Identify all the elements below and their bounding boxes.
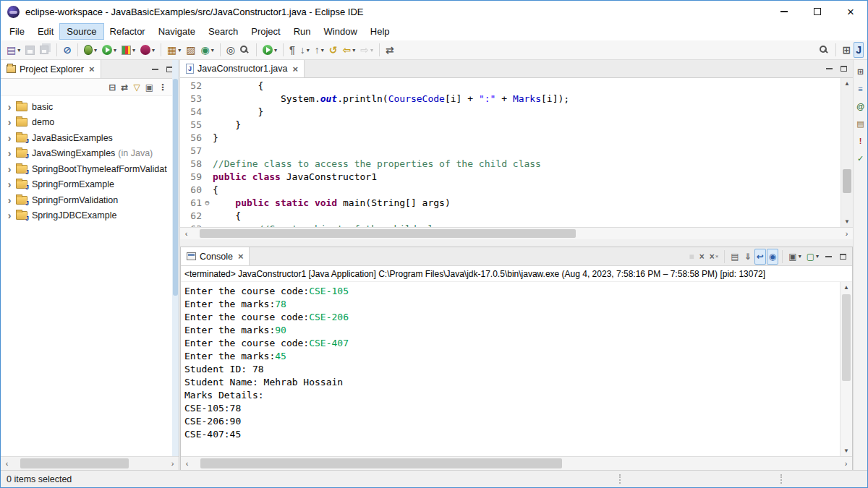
expand-chevron-icon[interactable]: › [4, 101, 14, 113]
menu-navigate[interactable]: Navigate [152, 24, 202, 39]
minimize-view-button[interactable] [822, 250, 835, 262]
menu-edit[interactable]: Edit [31, 24, 60, 39]
tree-item-javaswingexamples[interactable]: ›JJavaSwingExamples(in Java) [1, 146, 172, 162]
show-whitespace-button[interactable]: ¶ [287, 42, 297, 58]
minimize-window-button[interactable] [767, 1, 801, 22]
dropdown-arrow-icon[interactable]: ▾ [178, 47, 181, 53]
scroll-down-icon[interactable]: ▼ [841, 445, 852, 456]
skip-all-breakpoints-button[interactable]: ⊘ [61, 42, 74, 58]
open-type-button[interactable]: ◎ [224, 42, 237, 58]
new-java-package-button[interactable]: ▨ [184, 42, 197, 58]
dropdown-arrow-icon[interactable]: ▾ [211, 47, 214, 53]
restore-views-icon[interactable]: ⊞ [855, 66, 867, 77]
collapse-all-button[interactable]: ⊟ [106, 80, 118, 95]
close-tab-icon[interactable]: × [89, 64, 95, 74]
scrollbar-thumb[interactable] [842, 294, 851, 381]
dropdown-arrow-icon[interactable]: ▾ [321, 47, 324, 53]
tree-item-demo[interactable]: ›demo [1, 115, 172, 131]
save-all-button[interactable] [38, 42, 53, 58]
menu-run[interactable]: Run [287, 24, 318, 39]
close-tab-icon[interactable]: × [292, 64, 298, 74]
scrollbar-thumb[interactable] [173, 79, 178, 296]
new-java-class-button[interactable]: ◉▾ [199, 42, 216, 58]
dropdown-arrow-icon[interactable]: ▾ [17, 47, 20, 53]
outline-view-icon[interactable]: ≡ [855, 83, 867, 95]
explorer-vertical-scrollbar[interactable] [172, 60, 179, 456]
external-tools-button[interactable]: ▾ [260, 42, 279, 58]
minimize-view-button[interactable] [149, 63, 161, 75]
code-line[interactable]: 59public class JavaConstructor1 [180, 171, 841, 184]
tree-item-springformexample[interactable]: ›JSpringFormExample [1, 177, 172, 193]
tab-javaconstructor1-java[interactable]: J JavaConstructor1.java × [180, 60, 305, 77]
remove-launch-button[interactable]: × [697, 249, 707, 265]
maximize-view-button[interactable] [838, 63, 850, 75]
scroll-lock-button[interactable]: ⇓ [742, 249, 754, 265]
code-line[interactable]: 53 System.out.println(CourseCode[i] + ":… [180, 93, 841, 106]
filters-button[interactable]: ▽ [131, 80, 142, 95]
editor-vertical-scrollbar[interactable]: ▲ ▼ [841, 78, 853, 227]
expand-chevron-icon[interactable]: › [4, 147, 14, 159]
view-menu-button[interactable]: ⋮ [156, 80, 169, 95]
scrollbar-track[interactable] [193, 457, 840, 470]
minimize-view-button[interactable] [823, 63, 835, 75]
code-line[interactable]: 55 } [180, 119, 841, 132]
scroll-right-icon[interactable]: › [166, 459, 179, 468]
console-horizontal-scrollbar[interactable]: ‹ › [181, 456, 852, 470]
scrollbar-track[interactable] [13, 457, 166, 470]
expand-chevron-icon[interactable]: › [4, 116, 14, 128]
expand-chevron-icon[interactable]: › [4, 163, 14, 175]
expand-chevron-icon[interactable]: › [4, 210, 14, 221]
scroll-up-icon[interactable]: ▲ [841, 78, 853, 89]
explorer-horizontal-scrollbar[interactable]: ‹ › [1, 456, 179, 470]
dropdown-arrow-icon[interactable]: ▾ [307, 47, 310, 53]
scroll-left-icon[interactable]: ‹ [181, 459, 193, 468]
expand-chevron-icon[interactable]: › [4, 132, 14, 144]
scroll-right-icon[interactable]: › [841, 229, 853, 238]
pin-editor-button[interactable]: ⇄ [383, 42, 396, 58]
tab-project-explorer[interactable]: Project Explorer × [1, 60, 101, 78]
tab-console[interactable]: Console × [181, 247, 250, 265]
scroll-up-icon[interactable]: ▲ [841, 282, 852, 293]
java-perspective-button[interactable]: J [854, 42, 864, 58]
fold-collapse-icon[interactable]: ⊖ [202, 197, 213, 210]
drag-handle[interactable] [780, 474, 783, 484]
code-line[interactable]: 61⊖ public static void main(String[] arg… [180, 197, 841, 210]
console-sash[interactable] [180, 239, 853, 247]
dropdown-arrow-icon[interactable]: ▾ [114, 47, 116, 53]
last-edit-location-button[interactable]: ↺ [327, 42, 340, 58]
menu-project[interactable]: Project [244, 24, 286, 39]
scroll-left-icon[interactable]: ‹ [180, 229, 192, 238]
coverage-button[interactable]: ▾ [119, 42, 137, 58]
dropdown-arrow-icon[interactable]: ▾ [352, 47, 355, 53]
code-line[interactable]: 62 { [180, 210, 841, 223]
dropdown-arrow-icon[interactable]: ▾ [94, 47, 97, 53]
expand-chevron-icon[interactable]: › [4, 179, 14, 190]
search-button[interactable] [817, 42, 832, 58]
debug-button[interactable]: ▾ [82, 42, 99, 58]
close-window-button[interactable]: × [834, 1, 867, 22]
terminate-button[interactable]: ■ [686, 249, 696, 265]
junit-view-icon[interactable]: ✓ [855, 153, 867, 164]
scrollbar-thumb[interactable] [20, 458, 129, 468]
open-console-button[interactable]: ▢▾ [804, 249, 821, 265]
code-line[interactable]: 58//Define class to access the propertie… [180, 158, 841, 171]
dropdown-arrow-icon[interactable]: ▾ [152, 47, 155, 53]
focus-on-active-task-button[interactable]: ▣ [143, 80, 156, 95]
dropdown-arrow-icon[interactable]: ▾ [274, 47, 277, 53]
scroll-right-icon[interactable]: › [840, 459, 852, 468]
dropdown-arrow-icon[interactable]: ▾ [132, 47, 135, 53]
console-vertical-scrollbar[interactable]: ▲ ▼ [840, 282, 852, 456]
scroll-left-icon[interactable]: ‹ [1, 459, 13, 468]
code-line[interactable]: 60{ [180, 184, 841, 197]
drag-handle[interactable] [619, 474, 621, 484]
code-line[interactable]: 57 [180, 145, 841, 158]
display-selected-console-button[interactable]: ▣▾ [786, 249, 803, 265]
tree-item-springformvalidation[interactable]: ›JSpringFormValidation [1, 192, 172, 208]
menu-help[interactable]: Help [364, 24, 396, 39]
code-editor[interactable]: 52 {53 System.out.println(CourseCode[i] … [180, 78, 853, 227]
pin-console-button[interactable]: ◉ [767, 249, 778, 265]
dropdown-arrow-icon[interactable]: ▾ [799, 253, 801, 260]
menu-file[interactable]: File [3, 24, 31, 39]
new-button[interactable]: ▤▾ [4, 42, 22, 58]
scrollbar-track[interactable] [192, 228, 841, 239]
